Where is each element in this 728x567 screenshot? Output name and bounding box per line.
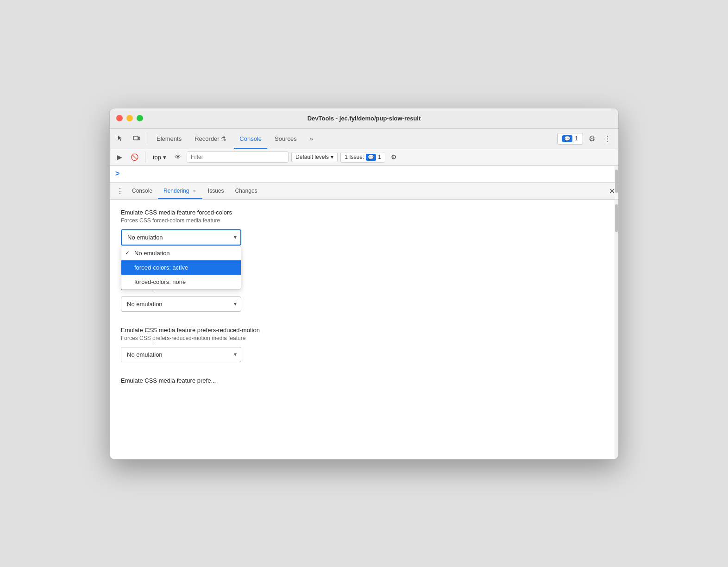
console-toolbar: ▶ 🚫 top ▾ 👁 Default levels ▾ 1 Issue: 💬 … bbox=[110, 149, 618, 166]
tab-sources[interactable]: Sources bbox=[269, 128, 302, 149]
tab-console-bottom[interactable]: Console bbox=[126, 183, 158, 199]
clear-console-button[interactable]: 🚫 bbox=[128, 151, 140, 163]
forced-colors-dropdown-menu: ✓ No emulation forced-colors: active for… bbox=[121, 246, 241, 290]
issues-badge-button[interactable]: 💬 1 bbox=[557, 133, 583, 145]
context-label: top bbox=[153, 154, 161, 161]
prefers-reduced-motion-select[interactable]: No emulation bbox=[121, 347, 241, 362]
dropdown-option-active[interactable]: forced-colors: active bbox=[121, 260, 241, 275]
tab-issues[interactable]: Issues bbox=[202, 183, 230, 199]
rendering-tab-close[interactable]: × bbox=[192, 188, 196, 194]
eye-button[interactable]: 👁 bbox=[172, 151, 184, 163]
svg-rect-1 bbox=[138, 137, 140, 140]
tab-console[interactable]: Console bbox=[234, 128, 267, 149]
issue-badge[interactable]: 1 Issue: 💬 1 bbox=[340, 152, 385, 163]
tab-rendering[interactable]: Rendering × bbox=[158, 183, 202, 199]
default-levels-button[interactable]: Default levels ▾ bbox=[291, 152, 338, 162]
divider-3 bbox=[121, 362, 607, 370]
devtools-window: DevTools - jec.fyi/demo/pup-slow-result … bbox=[109, 108, 619, 460]
rendering-scrollbar-thumb bbox=[615, 204, 618, 232]
filter-input[interactable] bbox=[187, 151, 289, 163]
device-icon bbox=[132, 135, 140, 142]
window-controls bbox=[116, 115, 143, 121]
partial-bottom-section: Emulate CSS media feature prefe... bbox=[121, 377, 607, 384]
prefers-reduced-motion-dropdown-wrapper: No emulation ▾ bbox=[121, 347, 241, 362]
dropdown-option-none[interactable]: forced-colors: none bbox=[121, 275, 241, 289]
badge-icon: 💬 bbox=[562, 135, 572, 142]
console-divider bbox=[145, 151, 145, 163]
close-button[interactable] bbox=[116, 115, 123, 121]
tab-changes[interactable]: Changes bbox=[230, 183, 263, 199]
prompt-arrow: > bbox=[115, 170, 119, 178]
checkmark-icon: ✓ bbox=[125, 250, 130, 256]
device-toggle-icon[interactable] bbox=[129, 132, 143, 145]
forced-colors-dropdown-wrapper: No emulation forced-colors: active force… bbox=[121, 229, 241, 246]
run-snippet-button[interactable]: ▶ bbox=[113, 151, 126, 163]
bottom-tabs-bar: ⋮ Console Rendering × Issues Changes ✕ bbox=[110, 183, 618, 200]
titlebar: DevTools - jec.fyi/demo/pup-slow-result bbox=[110, 108, 618, 129]
devtools-toolbar: Elements Recorder ⚗ Console Sources » 💬 … bbox=[110, 129, 618, 149]
issue-badge-icon: 💬 bbox=[366, 154, 376, 161]
prefers-reduced-motion-title: Emulate CSS media feature prefers-reduce… bbox=[121, 327, 607, 334]
prefers-reduced-motion-section: Emulate CSS media feature prefers-reduce… bbox=[121, 327, 607, 362]
window-title: DevTools - jec.fyi/demo/pup-slow-result bbox=[308, 115, 421, 122]
tab-more[interactable]: » bbox=[304, 128, 319, 149]
dropdown-option-no-emulation[interactable]: ✓ No emulation bbox=[121, 246, 241, 260]
context-selector[interactable]: top ▾ bbox=[150, 152, 169, 162]
console-prompt: > bbox=[110, 166, 618, 183]
tab-recorder[interactable]: Recorder ⚗ bbox=[189, 128, 232, 149]
divider-2 bbox=[121, 312, 607, 319]
prefers-contrast-dropdown-wrapper: No emulation ▾ bbox=[121, 296, 241, 312]
context-dropdown-arrow: ▾ bbox=[163, 154, 166, 161]
console-content: > bbox=[110, 166, 618, 183]
toolbar-divider bbox=[147, 133, 147, 144]
rendering-scrollbar[interactable] bbox=[615, 200, 618, 459]
partial-bottom-title: Emulate CSS media feature prefe... bbox=[121, 377, 607, 384]
badge-count: 1 bbox=[575, 135, 578, 142]
inspector-icon[interactable] bbox=[113, 132, 127, 145]
cursor-icon bbox=[117, 135, 124, 142]
levels-arrow: ▾ bbox=[331, 154, 333, 160]
forced-colors-section: Emulate CSS media feature forced-colors … bbox=[121, 209, 607, 246]
forced-colors-title: Emulate CSS media feature forced-colors bbox=[121, 209, 607, 216]
settings-button[interactable]: ⚙ bbox=[585, 132, 599, 145]
tabs-more-button[interactable]: ⋮ bbox=[113, 184, 126, 197]
prefers-contrast-select[interactable]: No emulation bbox=[121, 296, 241, 312]
tab-elements[interactable]: Elements bbox=[151, 128, 187, 149]
console-settings-button[interactable]: ⚙ bbox=[388, 151, 400, 163]
forced-colors-select[interactable]: No emulation forced-colors: active force… bbox=[121, 229, 241, 246]
bottom-panel: ⋮ Console Rendering × Issues Changes ✕ E… bbox=[110, 183, 618, 459]
rendering-panel-content: Emulate CSS media feature forced-colors … bbox=[110, 200, 618, 459]
scrollbar-thumb bbox=[615, 170, 618, 193]
maximize-button[interactable] bbox=[137, 115, 143, 121]
console-scrollbar[interactable] bbox=[615, 166, 618, 183]
svg-rect-0 bbox=[133, 136, 138, 140]
forced-colors-desc: Forces CSS forced-colors media feature bbox=[121, 217, 607, 224]
more-options-button[interactable]: ⋮ bbox=[601, 132, 615, 145]
prefers-reduced-motion-desc: Forces CSS prefers-reduced-motion media … bbox=[121, 335, 607, 341]
minimize-button[interactable] bbox=[126, 115, 133, 121]
